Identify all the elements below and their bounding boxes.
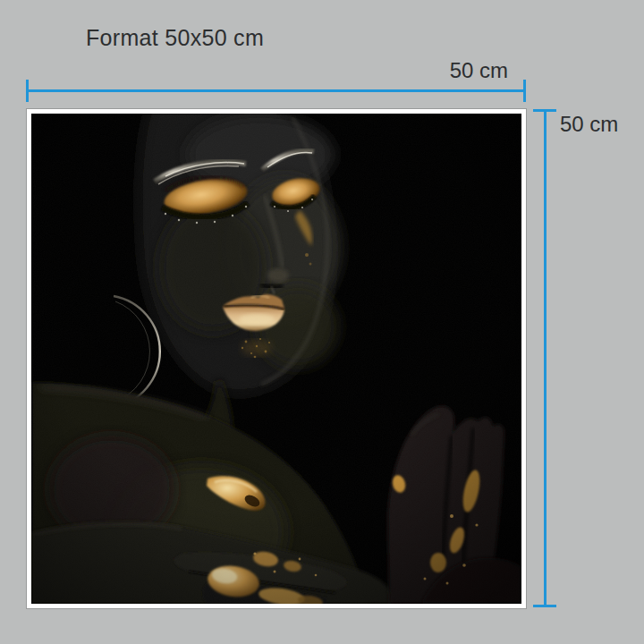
woman-portrait: [31, 114, 521, 604]
artwork-frame: [27, 109, 526, 608]
height-tick-bottom: [533, 605, 556, 607]
product-format-diagram: Format 50x50 cm 50 cm 50 cm: [0, 0, 644, 644]
height-dimension-label: 50 cm: [560, 113, 618, 136]
width-dimension-label: 50 cm: [450, 59, 508, 82]
artwork-image: [31, 114, 521, 604]
format-title: Format 50x50 cm: [86, 25, 264, 50]
height-dimension-line: [544, 109, 547, 607]
width-dimension-line: [26, 89, 526, 92]
width-tick-right: [523, 80, 526, 102]
